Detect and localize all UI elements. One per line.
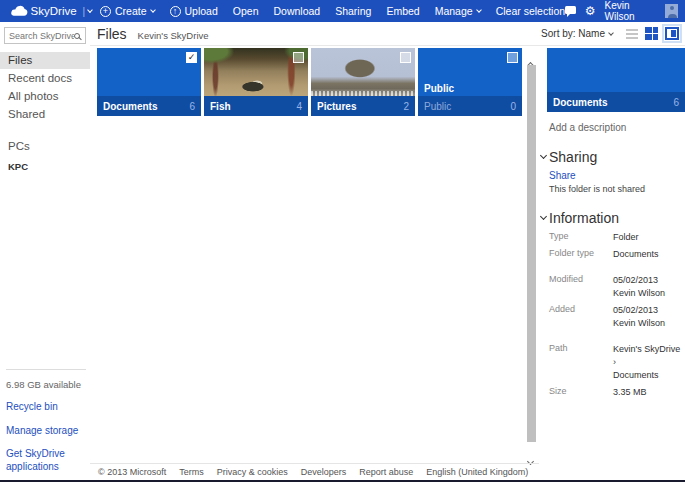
- tile-pictures[interactable]: Pictures 2: [311, 48, 415, 116]
- terms-link[interactable]: Terms: [179, 467, 204, 477]
- recycle-bin-link[interactable]: Recycle bin: [6, 401, 86, 414]
- vertical-scrollbar: [524, 48, 539, 474]
- tile-name: Documents: [553, 97, 607, 108]
- sidebar-item-kpc[interactable]: KPC: [0, 155, 90, 172]
- info-row-type: Type Folder: [549, 231, 685, 244]
- user-name[interactable]: Kevin Wilson: [605, 0, 657, 22]
- search-icon[interactable]: [74, 33, 80, 39]
- details-pane: Documents 6 Add a description Sharing Sh…: [547, 48, 685, 403]
- breadcrumb[interactable]: Kevin's SkyDrive: [138, 30, 209, 41]
- tile-public[interactable]: Public Public 0: [418, 48, 522, 116]
- create-label: Create: [115, 5, 147, 17]
- upload-button[interactable]: ↑ Upload: [170, 5, 218, 17]
- avatar[interactable]: [665, 4, 678, 18]
- search-input[interactable]: [9, 31, 74, 41]
- information-table: Type Folder Folder type Documents Modifi…: [549, 231, 685, 399]
- checkbox-icon[interactable]: [400, 52, 411, 63]
- tile-label-bar: Documents 6: [547, 92, 685, 112]
- info-value: Documents: [613, 248, 659, 261]
- tile-label-bar: Documents 6: [97, 96, 201, 116]
- tiles-view-icon[interactable]: [645, 27, 658, 40]
- brand-divider: |: [83, 6, 86, 17]
- information-title: Information: [549, 210, 619, 226]
- topbar-right: ⚙ Kevin Wilson: [565, 0, 685, 22]
- sidebar: Files Recent docs All photos Shared PCs …: [0, 22, 90, 480]
- main-header: Files Kevin's SkyDrive Sort by: Name: [90, 22, 685, 46]
- sharing-button[interactable]: Sharing: [335, 5, 371, 17]
- info-row-size: Size 3.35 MB: [549, 386, 685, 399]
- sharing-section-header[interactable]: Sharing: [541, 149, 685, 165]
- info-label: Type: [549, 231, 613, 244]
- cloud-icon: [10, 5, 28, 17]
- info-label: Added: [549, 304, 613, 330]
- info-row-added: Added 05/02/2013Kevin Wilson: [549, 304, 685, 330]
- add-description-field[interactable]: Add a description: [549, 122, 685, 133]
- manage-label: Manage: [435, 5, 473, 17]
- details-pane-icon[interactable]: [665, 27, 679, 40]
- tile-count: 6: [189, 101, 195, 112]
- info-label: Path: [549, 343, 613, 382]
- manage-button[interactable]: Manage: [435, 5, 481, 17]
- chevron-down-icon: [476, 7, 482, 13]
- gear-icon[interactable]: ⚙: [585, 5, 596, 17]
- language-selector[interactable]: English (United Kingdom): [426, 467, 528, 477]
- checkbox-icon[interactable]: [293, 52, 304, 63]
- selected-folder-preview[interactable]: Documents 6: [547, 48, 685, 112]
- tile-fish[interactable]: Fish 4: [204, 48, 308, 116]
- storage-status: 6.98 GB available: [6, 379, 86, 390]
- messenger-icon[interactable]: [565, 6, 576, 14]
- view-switcher: [626, 27, 679, 40]
- header-controls: Sort by: Name: [541, 27, 685, 40]
- tile-label-bar: Pictures 2: [311, 96, 415, 116]
- chevron-down-icon: [608, 30, 614, 36]
- tile-count: 2: [403, 101, 409, 112]
- info-row-path: Path Kevin's SkyDrive ›Documents: [549, 343, 685, 382]
- path-breadcrumb[interactable]: Kevin's SkyDrive ›Documents: [613, 343, 685, 382]
- tile-count: 4: [296, 101, 302, 112]
- sidebar-item-files[interactable]: Files: [0, 52, 90, 69]
- brand-name: SkyDrive: [31, 5, 77, 17]
- sidebar-bottom: 6.98 GB available Recycle bin Manage sto…: [0, 369, 86, 475]
- info-label: Size: [549, 386, 613, 399]
- checkbox-icon[interactable]: [507, 52, 518, 63]
- open-button[interactable]: Open: [233, 5, 259, 17]
- information-section-header[interactable]: Information: [541, 210, 685, 226]
- copyright-text: © 2013 Microsoft: [98, 467, 166, 477]
- developers-link[interactable]: Developers: [301, 467, 347, 477]
- privacy-link[interactable]: Privacy & cookies: [217, 467, 288, 477]
- embed-button[interactable]: Embed: [386, 5, 419, 17]
- chevron-down-icon: [540, 212, 547, 219]
- sidebar-item-all-photos[interactable]: All photos: [0, 88, 90, 105]
- list-view-icon[interactable]: [626, 29, 638, 39]
- sidebar-item-recent-docs[interactable]: Recent docs: [0, 70, 90, 87]
- chevron-down-icon: [540, 151, 547, 158]
- folder-tiles: ✓ Documents 6 Fish 4 Pictures 2 Public: [97, 48, 522, 116]
- get-skydrive-apps-link[interactable]: Get SkyDrive applications: [6, 448, 86, 473]
- search-box: [4, 27, 86, 44]
- report-abuse-link[interactable]: Report abuse: [359, 467, 413, 477]
- tile-name: Fish: [210, 101, 231, 112]
- download-button[interactable]: Download: [273, 5, 320, 17]
- sidebar-item-shared[interactable]: Shared: [0, 106, 90, 123]
- tile-documents[interactable]: ✓ Documents 6: [97, 48, 201, 116]
- sort-by-dropdown[interactable]: Sort by: Name: [541, 28, 613, 39]
- upload-label: Upload: [185, 5, 218, 17]
- manage-storage-link[interactable]: Manage storage: [6, 425, 86, 438]
- chevron-down-icon: [87, 7, 93, 13]
- skydrive-logo[interactable]: SkyDrive |: [0, 5, 92, 17]
- tile-name: Pictures: [317, 101, 356, 112]
- tile-label-bar: Public 0: [418, 96, 522, 116]
- info-row-folder-type: Folder type Documents: [549, 248, 685, 261]
- share-link[interactable]: Share: [549, 170, 685, 181]
- tile-count: 6: [673, 97, 679, 108]
- clear-selection-button[interactable]: Clear selection: [496, 5, 565, 17]
- checkbox-checked-icon[interactable]: ✓: [186, 52, 197, 63]
- info-value: Folder: [613, 231, 639, 244]
- scrollbar-thumb[interactable]: [527, 65, 536, 442]
- create-button[interactable]: + Create: [100, 5, 155, 17]
- skydrive-app: SkyDrive | + Create ↑ Upload Open Downlo…: [0, 0, 685, 482]
- info-label: Folder type: [549, 248, 613, 261]
- chevron-down-icon: [150, 7, 156, 13]
- sort-label: Sort by: Name: [541, 28, 605, 39]
- top-bar: SkyDrive | + Create ↑ Upload Open Downlo…: [0, 0, 685, 22]
